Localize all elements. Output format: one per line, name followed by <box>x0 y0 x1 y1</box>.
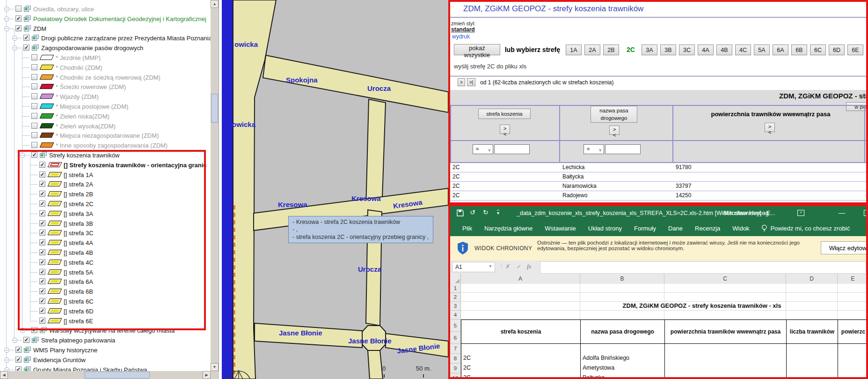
style-standard-link[interactable]: standard <box>451 26 475 33</box>
tree-item[interactable]: Osiedla, obszary, ulice <box>0 4 211 14</box>
row-header-8[interactable]: 8 <box>450 354 461 364</box>
tab-widok[interactable]: Widok <box>732 225 749 232</box>
layer-checkbox[interactable]: ✓ <box>39 259 45 265</box>
column-resize-button[interactable]: >< <box>765 123 775 132</box>
map-view[interactable]: owickaSpokojnaUroczaowickaKresowaKresowa… <box>219 0 448 379</box>
insert-function-icon[interactable]: fx <box>527 263 531 270</box>
sheet-cell[interactable] <box>461 344 581 354</box>
column-header-button[interactable]: nazwa pasa drogowego <box>591 106 637 123</box>
layer-checkbox[interactable] <box>31 83 37 89</box>
tree-item[interactable]: * Jezdnie (MMP) <box>0 53 211 63</box>
tree-horizontal-scrollbar[interactable]: ◀ ▶ <box>0 371 211 379</box>
layer-checkbox[interactable]: ✓ <box>23 35 29 41</box>
layer-checkbox[interactable]: ✓ <box>15 347 22 353</box>
layer-checkbox[interactable]: ✓ <box>15 366 22 371</box>
layer-checkbox[interactable]: ✓ <box>39 210 45 216</box>
tab-wstawianie[interactable]: Wstawianie <box>545 225 576 232</box>
tree-item[interactable]: ✓[] strefa 5A <box>0 268 211 277</box>
tree-item[interactable]: * Miejsca niezagospodarowane (ZDM) <box>0 131 211 141</box>
zone-button-2A[interactable]: 2A <box>584 45 600 55</box>
layer-checkbox[interactable]: ✓ <box>39 308 45 314</box>
tell-me-box[interactable]: Powiedz mi, co chcesz zrobić <box>761 224 850 232</box>
layer-checkbox[interactable] <box>31 103 37 109</box>
excel-titlebar[interactable]: ↺ ↻ ▾ _data_zdm_koszenie_xls_strefy_kosz… <box>450 206 866 220</box>
layer-checkbox[interactable]: ✓ <box>39 278 45 284</box>
tree-item[interactable]: ✓[] strefa 3B <box>0 219 211 229</box>
style-print-link[interactable]: wydruk <box>452 33 470 40</box>
zone-button-4C[interactable]: 4C <box>735 45 751 55</box>
tree-expander-icon[interactable] <box>20 328 25 333</box>
send-xls-link[interactable]: wyślij strefę 2C do pliku xls <box>454 63 526 70</box>
zone-button-3C[interactable]: 3C <box>679 45 695 55</box>
redo-icon[interactable]: ↻ <box>483 208 489 216</box>
zone-button-5A[interactable]: 5A <box>754 45 770 55</box>
row-header-7[interactable]: 7 <box>450 344 461 354</box>
zone-button-6A[interactable]: 6A <box>773 45 788 55</box>
tree-item[interactable]: ✓[] Strefy koszenia trawników - orientac… <box>0 160 211 170</box>
formula-input[interactable] <box>540 261 866 274</box>
tree-item[interactable]: * Inne sposoby zagospodarowania (ZDM) <box>0 141 211 150</box>
tab-dane[interactable]: Dane <box>668 225 683 232</box>
tab-narzedzia-glowne[interactable]: Narzędzia główne <box>484 225 532 232</box>
sheet-cell[interactable] <box>664 354 787 364</box>
tree-expander-icon[interactable] <box>4 26 9 31</box>
qat-customize-icon[interactable]: ▾ <box>497 210 499 216</box>
undo-icon[interactable]: ↺ <box>470 208 475 216</box>
layer-checkbox[interactable]: ✓ <box>39 162 45 168</box>
layer-checkbox[interactable]: ✓ <box>23 337 29 343</box>
zone-button-6C[interactable]: 6C <box>810 45 826 55</box>
tree-expander-icon[interactable] <box>12 36 17 41</box>
column-resize-button[interactable]: >< <box>609 126 620 135</box>
row-header-3[interactable]: 3 <box>450 302 461 311</box>
tree-item[interactable]: * Chodniki (ZDM) <box>0 63 211 73</box>
tree-expander-icon[interactable] <box>20 153 25 158</box>
tree-item[interactable]: ✓[] strefa 6B <box>0 287 211 297</box>
layer-checkbox[interactable]: ✓ <box>39 171 45 178</box>
sheet-cell[interactable]: Bałtycka <box>580 373 665 377</box>
zone-button-1A[interactable]: 1A <box>566 45 582 55</box>
show-all-button[interactable]: pokaż wszystkie <box>454 44 500 55</box>
layer-checkbox[interactable]: ✓ <box>39 249 45 255</box>
sheet-cell[interactable]: Ametystowa <box>580 364 665 374</box>
tree-item[interactable]: * Zieleń niska(ZDM) <box>0 111 211 121</box>
row-header-1[interactable]: 1 <box>450 284 461 293</box>
tree-expander-icon[interactable] <box>4 357 9 363</box>
tree-item[interactable]: ✓Strefa płatnego parkowania <box>0 335 211 345</box>
tree-item[interactable]: ✓[] strefa 4A <box>0 238 211 248</box>
tree-item[interactable]: ✓[] strefa 6C <box>0 297 211 306</box>
tree-item[interactable]: ✓WMS Plany historyczne <box>0 345 211 355</box>
maximize-icon[interactable] <box>864 210 868 216</box>
scroll-left-arrow[interactable]: ◀ <box>0 371 8 379</box>
layer-checkbox[interactable]: ✓ <box>39 239 45 245</box>
layer-checkbox[interactable]: ✓ <box>23 45 29 51</box>
tree-vertical-scrollbar[interactable]: ▲ ▼ <box>211 0 219 371</box>
zone-button-3A[interactable]: 3A <box>642 45 657 55</box>
pager-next-button[interactable]: > <box>458 78 465 86</box>
sheet-cell[interactable] <box>786 364 838 374</box>
scroll-down-arrow[interactable]: ▼ <box>211 363 219 371</box>
tree-item[interactable]: ✓[] strefa 2A <box>0 179 211 189</box>
cancel-icon[interactable]: ✗ <box>505 263 510 270</box>
tree-expander-icon[interactable] <box>4 16 9 22</box>
tree-item[interactable]: ✓[] strefa 4C <box>0 258 211 268</box>
tree-expander-icon[interactable] <box>12 338 17 343</box>
layer-checkbox[interactable]: ✓ <box>39 288 45 294</box>
sheet-cell[interactable] <box>838 373 866 377</box>
zone-button-3B[interactable]: 3B <box>660 45 676 55</box>
tree-item[interactable]: ✓[] strefa 2B <box>0 189 211 199</box>
layer-checkbox[interactable] <box>31 54 37 60</box>
zone-button-4A[interactable]: 4A <box>698 45 714 55</box>
tree-item[interactable]: ✓[] strefa 1A <box>0 170 211 180</box>
layer-checkbox[interactable] <box>31 132 37 138</box>
sheet-cell[interactable] <box>838 354 866 364</box>
filter-operator-select[interactable]: =∨ <box>473 144 493 154</box>
layer-checkbox[interactable] <box>31 74 37 80</box>
sheet-cell[interactable] <box>664 364 787 374</box>
sheet-cell[interactable] <box>838 364 866 374</box>
sheet-cell[interactable] <box>786 344 838 354</box>
column-header-D[interactable]: D <box>786 274 838 284</box>
layer-checkbox[interactable]: ✓ <box>39 298 45 304</box>
tree-expander-icon[interactable] <box>4 348 9 353</box>
tree-item[interactable]: ✓ZDM <box>0 24 211 34</box>
tree-item[interactable]: ✓Warstwy wczytywane na terenie całego mi… <box>0 326 211 335</box>
